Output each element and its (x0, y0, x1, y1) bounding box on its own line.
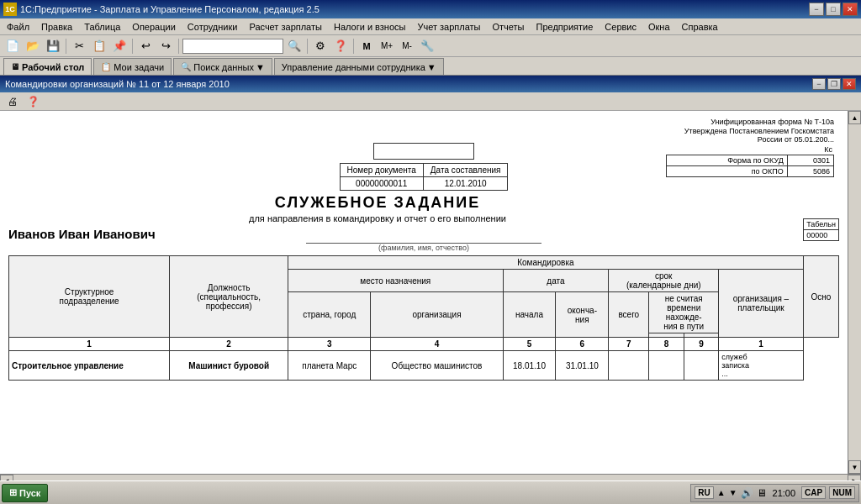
windows-icon: ⊞ (9, 487, 17, 498)
header-end-date: оконча-ния (556, 292, 609, 338)
toolbar-m[interactable]: M (357, 38, 376, 55)
scroll-up-button[interactable]: ▲ (848, 111, 861, 124)
toolbar-new[interactable]: 📄 (3, 38, 22, 55)
doc-number-table: Номер документа Дата составления 0000000… (340, 163, 509, 191)
toolbar-search[interactable]: 🔍 (285, 38, 304, 55)
doc-close[interactable]: ✕ (843, 78, 856, 90)
doc-minimize[interactable]: − (812, 78, 826, 90)
title-bar: 1С 1С:Предприятие - Зарплата и Управлени… (0, 0, 861, 18)
up-arrow-icon: ▲ (717, 488, 726, 497)
document-window: Командировки организаций № 11 от 12 янва… (0, 76, 861, 487)
employee-row: Иванов Иван Иванович Табельн 00000 (8, 227, 839, 241)
menu-employees[interactable]: Сотрудники (182, 20, 243, 34)
desktop-icon: 🖥 (11, 62, 19, 71)
cell-basis: служебзаписка... (719, 351, 803, 381)
okpo-label: по ОКПО (667, 166, 788, 177)
header-date: дата (503, 270, 609, 292)
doc-toolbar-help[interactable]: ❓ (24, 93, 42, 110)
menu-service[interactable]: Сервис (600, 20, 642, 34)
unified-form-text: Унифицированная форма № Т-10а (666, 118, 834, 126)
cell-total (609, 351, 649, 381)
toolbar-mminus[interactable]: M- (398, 38, 416, 55)
cell-payer (684, 351, 719, 381)
employee-name: Иванов Иван Иванович (8, 227, 156, 241)
menu-windows[interactable]: Окна (643, 20, 675, 34)
cell-department: Строительное управление (9, 351, 170, 381)
toolbar-settings[interactable]: ⚙ (311, 38, 330, 55)
cell-no-travel (649, 351, 684, 381)
okpo-value: 5086 (787, 166, 833, 177)
close-button[interactable]: ✕ (843, 3, 858, 16)
col-num-1: 1 (9, 338, 170, 351)
menu-reports[interactable]: Отчеты (488, 20, 530, 34)
col-num-8: 8 (649, 338, 684, 351)
start-button[interactable]: ⊞ Пуск (2, 484, 48, 502)
lang-indicator[interactable]: RU (695, 486, 713, 499)
header-business-trip: Командировка (288, 256, 804, 270)
header-organization: организация (371, 292, 503, 338)
speaker-icon: 🔊 (741, 487, 753, 499)
maximize-button[interactable]: □ (826, 3, 841, 16)
col-num-3: 3 (288, 338, 371, 351)
toolbar-undo[interactable]: ↩ (136, 38, 155, 55)
tabno-label: Табельн (804, 219, 839, 230)
doc-number-header: Номер документа (340, 164, 423, 177)
center-input-box[interactable] (373, 143, 474, 160)
cell-organization: Общество машинистов (371, 351, 503, 381)
caps-lock-indicator: CAP (801, 486, 826, 499)
menu-operations[interactable]: Операции (127, 20, 180, 34)
menu-table[interactable]: Таблица (79, 20, 125, 34)
tab-tasks[interactable]: 📋 Мои задачи (93, 58, 172, 75)
doc-restore[interactable]: ❐ (827, 78, 841, 90)
toolbar-sep5 (353, 39, 354, 54)
menu-edit[interactable]: Правка (36, 20, 77, 34)
scroll-track-v[interactable] (848, 124, 861, 460)
menu-enterprise[interactable]: Предприятие (531, 20, 599, 34)
toolbar-mplus[interactable]: M+ (378, 38, 396, 55)
clock: 21:00 (770, 488, 799, 498)
menu-taxes[interactable]: Налоги и взносы (329, 20, 411, 34)
toolbar-help[interactable]: ❓ (331, 38, 350, 55)
tab-employee-data[interactable]: Управление данными сотрудника ▼ (274, 58, 444, 75)
toolbar-wrench[interactable]: 🔧 (418, 38, 436, 55)
approved-text: Утверждена Постановлением Госкомстата Ро… (666, 127, 834, 144)
header-basis: Осно (803, 256, 838, 338)
main-toolbar: 📄 📂 💾 ✂ 📋 📌 ↩ ↪ 🔍 ⚙ ❓ M M+ M- 🔧 (0, 35, 861, 57)
toolbar-redo[interactable]: ↪ (156, 38, 175, 55)
scrollbar-vertical[interactable]: ▲ ▼ (848, 111, 861, 474)
down-arrow-icon: ▼ (729, 488, 737, 497)
toolbar-cut[interactable]: ✂ (70, 38, 88, 55)
toolbar-sep1 (66, 39, 66, 54)
table-row: Строительное управление Машинист буровой… (9, 351, 839, 381)
header-destination: место назначения (288, 270, 504, 292)
minimize-button[interactable]: − (809, 3, 824, 16)
scroll-down-button[interactable]: ▼ (848, 460, 861, 474)
toolbar-paste[interactable]: 📌 (110, 38, 129, 55)
taskbar: ⊞ Пуск RU ▲ ▼ 🔊 🖥 21:00 CAP NUM (0, 480, 861, 504)
main-title: СЛУЖЕБНОЕ ЗАДАНИЕ (8, 194, 747, 212)
ks-label: Кс (824, 145, 832, 154)
center-box-area (214, 143, 634, 160)
toolbar-save[interactable]: 💾 (44, 38, 62, 55)
doc-toolbar-print[interactable]: 🖨 (3, 93, 22, 110)
tab-desktop[interactable]: 🖥 Рабочий стол (3, 58, 92, 75)
toolbar-sep4 (307, 39, 308, 54)
tab-search[interactable]: 🔍 Поиск данных ▼ (173, 58, 272, 75)
system-tray: RU ▲ ▼ 🔊 🖥 21:00 CAP NUM (690, 484, 859, 502)
sub-title: для направления в командировку и отчет о… (8, 213, 747, 223)
menu-accounting[interactable]: Учет зарплаты (412, 20, 485, 34)
header-payer: организация –плательщик (719, 270, 803, 338)
col-num-2: 2 (170, 338, 288, 351)
menu-payroll[interactable]: Расчет зарплаты (244, 20, 327, 34)
col-num-5: 5 (503, 338, 556, 351)
paper-area: Унифицированная форма № Т-10а Утверждена… (0, 111, 848, 474)
num-lock-indicator: NUM (829, 486, 855, 499)
okud-form-value: 0301 (787, 155, 833, 166)
toolbar-open[interactable]: 📂 (24, 38, 42, 55)
col-num-4: 4 (371, 338, 503, 351)
toolbar-copy[interactable]: 📋 (90, 38, 108, 55)
search-input[interactable] (182, 39, 283, 54)
menu-help[interactable]: Справка (677, 20, 723, 34)
menu-file[interactable]: Файл (2, 20, 34, 34)
app-icon: 1С (3, 3, 17, 16)
